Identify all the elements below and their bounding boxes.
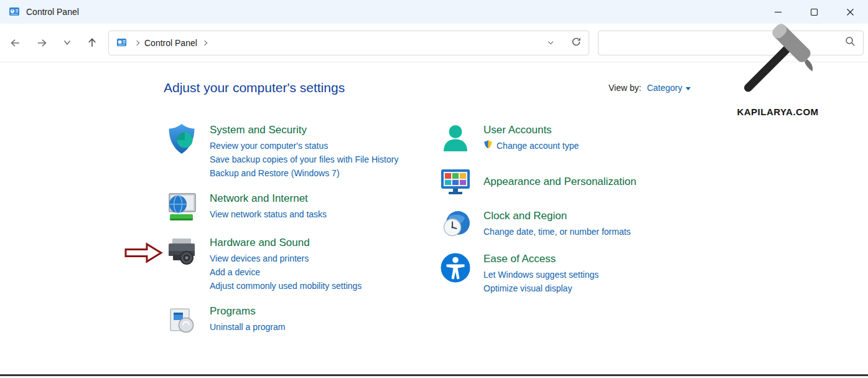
minimize-icon bbox=[775, 9, 782, 16]
category-clock-and-region: Clock and Region Change date, time, or n… bbox=[439, 208, 722, 242]
category-hardware-and-sound: Hardware and Sound View devices and prin… bbox=[165, 235, 436, 293]
clock-globe-icon[interactable] bbox=[439, 208, 472, 242]
control-panel-home: Adjust your computer's settings View by:… bbox=[0, 62, 868, 354]
task-view-network-status[interactable]: View network status and tasks bbox=[210, 207, 327, 221]
uac-shield-icon bbox=[483, 139, 493, 153]
category-network-and-internet: Network and Internet View network status… bbox=[165, 191, 436, 224]
task-change-date-time-formats[interactable]: Change date, time, or number formats bbox=[483, 225, 631, 239]
category-user-accounts: User Accounts Change account type bbox=[439, 122, 722, 156]
network-globe-icon[interactable] bbox=[165, 191, 198, 224]
refresh-icon bbox=[571, 37, 581, 47]
program-box-icon[interactable] bbox=[165, 303, 198, 337]
breadcrumb-separator-icon bbox=[202, 40, 207, 45]
category-title-appearance-and-personalization[interactable]: Appearance and Personalization bbox=[483, 174, 637, 189]
shield-icon[interactable] bbox=[165, 122, 198, 156]
task-review-computer-status[interactable]: Review your computer's status bbox=[210, 139, 398, 153]
control-panel-window: Control Panel bbox=[0, 0, 868, 378]
category-appearance-and-personalization: Appearance and Personalization bbox=[439, 165, 722, 199]
close-icon bbox=[847, 9, 854, 16]
category-ease-of-access: Ease of Access Let Windows suggest setti… bbox=[439, 251, 722, 295]
titlebar: Control Panel bbox=[0, 0, 868, 24]
refresh-button[interactable] bbox=[571, 37, 581, 49]
address-dropdown-icon[interactable] bbox=[548, 39, 553, 44]
task-let-windows-suggest-settings[interactable]: Let Windows suggest settings bbox=[483, 268, 599, 281]
category-system-and-security: System and Security Review your computer… bbox=[165, 122, 436, 180]
category-column-right: User Accounts Change account type bbox=[439, 122, 722, 305]
task-change-account-type[interactable]: Change account type bbox=[497, 139, 579, 153]
task-mobility-settings[interactable]: Adjust commonly used mobility settings bbox=[210, 279, 362, 293]
control-panel-icon bbox=[9, 6, 20, 17]
search-icon[interactable] bbox=[845, 36, 856, 49]
search-input[interactable] bbox=[606, 38, 845, 48]
annotation-arrow bbox=[124, 242, 163, 266]
window-title: Control Panel bbox=[26, 7, 79, 17]
maximize-button[interactable] bbox=[796, 0, 832, 24]
view-by-dropdown[interactable]: Category bbox=[647, 83, 691, 93]
address-bar[interactable]: Control Panel bbox=[108, 31, 589, 55]
breadcrumb-control-panel[interactable]: Control Panel bbox=[143, 38, 198, 48]
category-title-network-and-internet[interactable]: Network and Internet bbox=[210, 191, 308, 206]
control-panel-icon bbox=[116, 37, 127, 48]
minimize-button[interactable] bbox=[760, 0, 796, 24]
task-uninstall-a-program[interactable]: Uninstall a program bbox=[210, 320, 285, 334]
window-bottom-edge bbox=[0, 374, 868, 376]
recent-locations-button[interactable] bbox=[63, 40, 71, 45]
forward-icon bbox=[37, 38, 47, 48]
caret-down-icon bbox=[686, 87, 691, 90]
toolbar: Control Panel bbox=[0, 24, 868, 62]
forward-button[interactable] bbox=[37, 38, 47, 48]
up-icon bbox=[87, 37, 97, 48]
user-icon[interactable] bbox=[439, 122, 472, 156]
accessibility-icon[interactable] bbox=[439, 251, 472, 285]
category-column-left: System and Security Review your computer… bbox=[165, 122, 436, 347]
recent-locations-icon bbox=[63, 40, 71, 45]
close-button[interactable] bbox=[832, 0, 868, 24]
up-button[interactable] bbox=[87, 37, 97, 48]
category-title-system-and-security[interactable]: System and Security bbox=[210, 123, 307, 137]
monitor-personalization-icon[interactable] bbox=[439, 165, 472, 199]
task-backup-and-restore[interactable]: Backup and Restore (Windows 7) bbox=[210, 166, 398, 180]
printer-camera-icon[interactable] bbox=[165, 235, 198, 268]
back-icon bbox=[10, 38, 21, 48]
maximize-icon bbox=[811, 9, 818, 16]
category-title-clock-and-region[interactable]: Clock and Region bbox=[483, 209, 567, 223]
category-title-ease-of-access[interactable]: Ease of Access bbox=[483, 252, 556, 266]
category-title-user-accounts[interactable]: User Accounts bbox=[483, 123, 552, 137]
back-button[interactable] bbox=[10, 38, 21, 48]
task-add-a-device[interactable]: Add a device bbox=[210, 265, 362, 279]
navigation-buttons bbox=[0, 37, 108, 48]
category-title-hardware-and-sound[interactable]: Hardware and Sound bbox=[210, 235, 310, 250]
task-file-history-backup[interactable]: Save backup copies of your files with Fi… bbox=[210, 153, 398, 166]
breadcrumb-separator-icon bbox=[134, 40, 139, 45]
task-view-devices-and-printers[interactable]: View devices and printers bbox=[210, 252, 362, 265]
category-title-programs[interactable]: Programs bbox=[210, 304, 256, 318]
task-optimize-visual-display[interactable]: Optimize visual display bbox=[483, 281, 599, 295]
category-programs: Programs Uninstall a program bbox=[165, 303, 436, 337]
view-by-label: View by: bbox=[609, 83, 642, 93]
page-title: Adjust your computer's settings bbox=[164, 80, 345, 95]
view-by-value: Category bbox=[647, 83, 683, 93]
view-by-control: View by: Category bbox=[609, 83, 691, 93]
search-box[interactable] bbox=[598, 31, 864, 55]
